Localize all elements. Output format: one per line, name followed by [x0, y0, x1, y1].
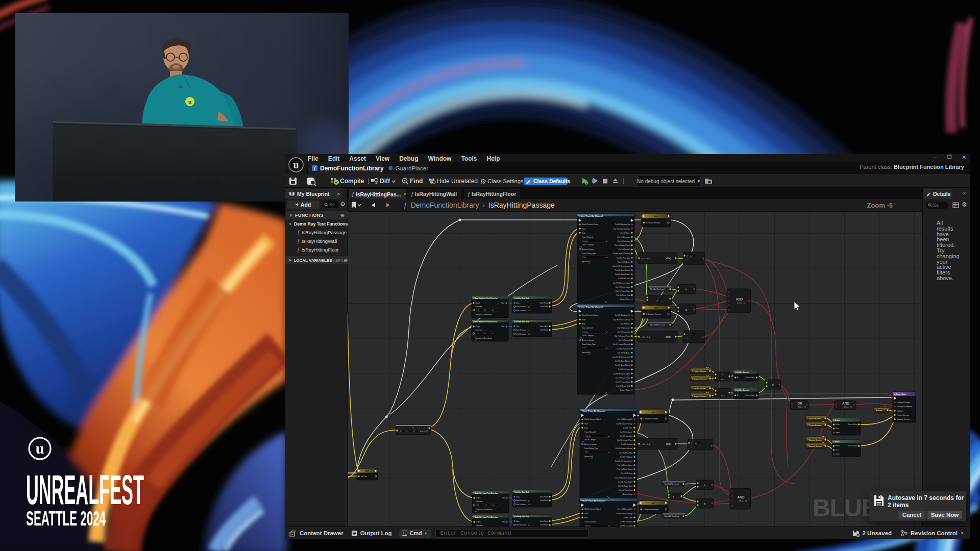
svg-text:Trace Channel: Trace Channel	[582, 327, 593, 329]
svg-text:Actors to Ignore: Actors to Ignore	[582, 248, 594, 251]
svg-text:▸ Select: ▸ Select	[833, 441, 840, 443]
svg-text:Start Distance: Start Distance	[517, 524, 527, 526]
svg-text:Out Hit Impact Point: Out Hit Impact Point	[615, 335, 630, 337]
svg-text:0.0: 0.0	[492, 309, 495, 311]
svg-text:0.0: 0.0	[528, 310, 530, 312]
svg-text:ƒ Get Max Element: ƒ Get Max Element	[735, 389, 749, 391]
svg-text:Out Hit Face Index: Out Hit Face Index	[618, 481, 633, 483]
svg-text:Out Hit Time: Out Hit Time	[620, 323, 630, 325]
svg-text:Out Hit Trace End: Out Hit Trace End	[616, 385, 630, 387]
svg-text:Y Negative Extreme: Y Negative Extreme	[692, 395, 707, 397]
svg-text:Direction Is Normalized: Direction Is Normalized	[476, 314, 492, 316]
svg-text:Direction: Direction	[476, 500, 483, 503]
svg-text:Start: Start	[582, 228, 585, 230]
svg-text:Trace Channel: Trace Channel	[582, 236, 593, 238]
svg-text:Out Hit Hit Item: Out Hit Hit Item	[618, 278, 630, 280]
svg-text:Out Hit Trace Start: Out Hit Trace Start	[618, 485, 632, 487]
svg-text:Hit Point: Hit Point	[361, 475, 367, 478]
svg-text:End Point: End Point	[541, 499, 548, 502]
svg-text:Out Hit Impact Point: Out Hit Impact Point	[617, 439, 632, 441]
svg-text:■ Return Node: ■ Return Node	[894, 393, 906, 395]
svg-text:≥: ≥	[704, 484, 705, 487]
svg-text:▸ Select: ▸ Select	[833, 419, 840, 421]
svg-text:Index: Index	[836, 453, 840, 455]
svg-text:Y Positive Extreme: Y Positive Extreme	[807, 418, 821, 420]
svg-text:0.0: 0.0	[484, 333, 487, 335]
svg-text:≤: ≤	[685, 308, 687, 311]
svg-text:End Point: End Point	[541, 306, 548, 308]
svg-text:+: +	[656, 299, 658, 302]
svg-text:Return Value: Return Value	[620, 389, 630, 391]
svg-text:Return Value: Return Value	[746, 394, 755, 396]
svg-text:AddLyn: AddLyn	[676, 496, 680, 498]
svg-text:Trace Channel: Trace Channel	[584, 431, 596, 433]
svg-text:Out Hit Trace Start: Out Hit Trace Start	[616, 290, 630, 292]
svg-text:Out Hit Distance: Out Hit Distance	[620, 521, 632, 523]
svg-text:Hit Point: Hit Point	[876, 410, 882, 412]
svg-text:Out Hit Initial Overlap: Out Hit Initial Overlap	[616, 423, 632, 425]
svg-text:AddLyn: AddLyn	[739, 500, 744, 502]
svg-text:-1.0: -1.0	[477, 333, 480, 335]
svg-text:True: True	[836, 449, 839, 451]
svg-text:Out Hit Trace Start: Out Hit Trace Start	[616, 381, 630, 383]
svg-text:Origin: Origin	[476, 302, 480, 304]
svg-text:AddLyn: AddLyn	[659, 300, 664, 302]
svg-text:Out Hit Trace End: Out Hit Trace End	[616, 294, 630, 296]
svg-text:Ignore Self: Ignore Self	[584, 456, 593, 458]
svg-text:Trace Complex: Trace Complex	[584, 439, 596, 441]
svg-text:Max Wall Size Local: Max Wall Size Local	[665, 515, 679, 517]
svg-text:X Positive Extreme: X Positive Extreme	[646, 222, 661, 224]
svg-text:X Negative Extreme: X Negative Extreme	[807, 445, 822, 447]
svg-text:Out Hit Normal: Out Hit Normal	[621, 443, 633, 445]
svg-text:Out Hit Impact Normal: Out Hit Impact Normal	[615, 447, 632, 449]
svg-text:Out Hit Element Index: Out Hit Element Index	[613, 282, 630, 284]
svg-text:ƒ Line Trace By Channel: ƒ Line Trace By Channel	[582, 499, 605, 502]
svg-text:1.0: 1.0	[477, 309, 479, 311]
svg-text:u: u	[293, 159, 299, 170]
svg-text:Out Hit Distance: Out Hit Distance	[620, 431, 632, 433]
svg-text:Ray: Ray	[517, 302, 520, 304]
svg-text:Visibility: Visibility	[585, 525, 591, 527]
svg-text:ƒ Make Ray from Point Directio: ƒ Make Ray from Point Direction	[473, 297, 498, 299]
svg-text:ƒ Get Ray Start End: ƒ Get Ray Start End	[514, 297, 529, 299]
svg-text:0.0: 0.0	[477, 504, 480, 506]
svg-text:Out Hit Trace End: Out Hit Trace End	[619, 489, 632, 491]
svg-text:Out Hit Phys Mat: Out Hit Phys Mat	[617, 257, 630, 259]
svg-text:AddLyn: AddLyn	[420, 431, 425, 433]
svg-text:Passage Is XAligned: Passage Is XAligned	[897, 406, 912, 408]
svg-text:SET: SET	[654, 215, 658, 218]
svg-text:Direction Is Normalized: Direction Is Normalized	[476, 337, 492, 339]
svg-text:0.0: 0.0	[695, 442, 697, 444]
svg-text:End Point: End Point	[541, 329, 548, 331]
svg-text:AND: AND	[842, 402, 849, 405]
svg-text:Actors to Ignore: Actors to Ignore	[582, 339, 594, 341]
svg-text:Draw Debug Type: Draw Debug Type	[584, 447, 598, 449]
svg-text:Out Hit Phys Mat: Out Hit Phys Mat	[619, 452, 632, 454]
svg-text:End: End	[582, 232, 585, 234]
svg-text:X Negative Extreme: X Negative Extreme	[646, 313, 662, 315]
svg-text:Y Negative Extreme: Y Negative Extreme	[644, 509, 659, 511]
svg-text:Ray: Ray	[517, 325, 520, 328]
svg-text:AND: AND	[736, 297, 743, 301]
svg-text:Out Hit Hit Component: Out Hit Hit Component	[612, 265, 630, 267]
svg-text:Out Hit Bone Name: Out Hit Bone Name	[615, 364, 630, 366]
svg-text:Is Hitting Passage: Is Hitting Passage	[897, 402, 910, 404]
svg-text:ƒ Get Max Element: ƒ Get Max Element	[735, 371, 749, 373]
svg-text:Return Value: Return Value	[848, 423, 857, 425]
svg-text:Hide Unrelated: Hide Unrelated	[437, 178, 478, 185]
svg-text:ƒ Line Trace By Channel: ƒ Line Trace By Channel	[579, 306, 603, 308]
svg-text:Visibility: Visibility	[582, 240, 589, 242]
svg-text:dᵃb|: dᵃb|	[666, 443, 670, 445]
svg-text:0.0: 0.0	[413, 430, 415, 432]
svg-text:Actors to Ignore: Actors to Ignore	[584, 443, 597, 445]
svg-text:Out Hit Location: Out Hit Location	[618, 331, 630, 333]
svg-text:●: ●	[585, 182, 587, 185]
svg-text:Out Hit Impact Point: Out Hit Impact Point	[615, 244, 630, 246]
svg-text:Out Hit Initial Overlap: Out Hit Initial Overlap	[614, 319, 630, 321]
svg-text:Out Hit Blocking Hit: Out Hit Blocking Hit	[615, 223, 630, 226]
svg-text:Out Hit Element Index: Out Hit Element Index	[613, 373, 630, 375]
svg-text:World Context Object: World Context Object	[582, 223, 598, 226]
svg-text:ƒ Make Ray from Point Directio: ƒ Make Ray from Point Direction	[474, 492, 498, 494]
svg-text:Ray: Ray	[502, 497, 505, 499]
svg-text:Out Hit Face Index: Out Hit Face Index	[616, 286, 630, 288]
